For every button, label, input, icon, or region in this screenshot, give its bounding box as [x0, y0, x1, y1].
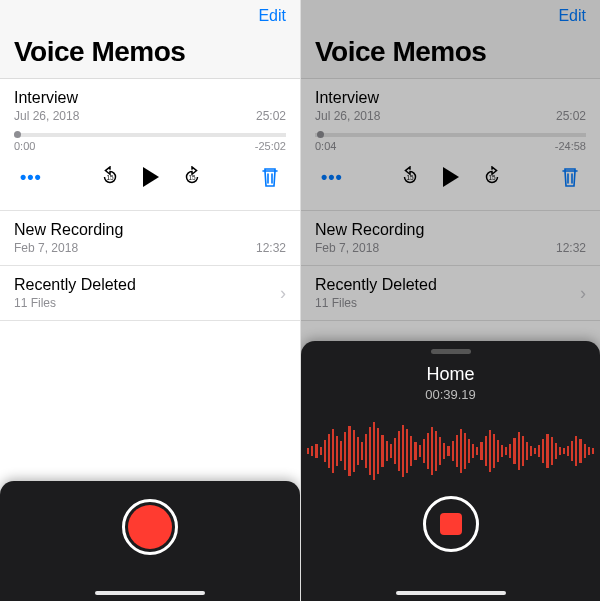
memo-list: Interview Jul 26, 2018 25:02 0:04 -24:58… — [301, 78, 600, 321]
memo-date: Jul 26, 2018 — [14, 109, 79, 123]
scrubber-knob[interactable] — [14, 131, 21, 138]
trash-icon[interactable] — [560, 166, 580, 188]
recently-deleted-label: Recently Deleted — [315, 276, 437, 294]
recording-elapsed: 00:39.19 — [425, 387, 476, 402]
memo-date: Jul 26, 2018 — [315, 109, 380, 123]
screen-list: Edit Voice Memos Interview Jul 26, 2018 … — [0, 0, 300, 601]
drag-handle[interactable] — [431, 349, 471, 354]
more-icon[interactable]: ••• — [20, 167, 42, 188]
navbar: Edit — [301, 0, 600, 32]
memo-duration: 12:32 — [556, 241, 586, 255]
svg-text:15: 15 — [407, 174, 415, 181]
memo-date: Feb 7, 2018 — [14, 241, 78, 255]
navbar: Edit — [0, 0, 300, 32]
recently-deleted-row[interactable]: Recently Deleted 11 Files › — [301, 266, 600, 321]
memo-row[interactable]: New Recording Feb 7, 2018 12:32 — [0, 211, 300, 266]
page-title: Voice Memos — [315, 36, 586, 68]
home-indicator[interactable] — [95, 591, 205, 595]
recording-name: Home — [426, 364, 474, 385]
record-panel-active[interactable]: Home 00:39.19 — [301, 341, 600, 601]
recently-deleted-row[interactable]: Recently Deleted 11 Files › — [0, 266, 300, 321]
svg-text:15: 15 — [188, 174, 196, 181]
recently-deleted-label: Recently Deleted — [14, 276, 136, 294]
stop-button[interactable] — [423, 496, 479, 552]
screen-recording: Edit Voice Memos Interview Jul 26, 2018 … — [300, 0, 600, 601]
elapsed-time: 0:04 — [315, 140, 336, 152]
remaining-time: -24:58 — [555, 140, 586, 152]
recently-deleted-count: 11 Files — [14, 296, 56, 310]
svg-text:15: 15 — [106, 174, 114, 181]
play-icon[interactable] — [443, 167, 459, 187]
record-button[interactable] — [122, 499, 178, 555]
memo-list: Interview Jul 26, 2018 25:02 0:00 -25:02… — [0, 78, 300, 321]
chevron-right-icon: › — [580, 283, 586, 304]
play-icon[interactable] — [143, 167, 159, 187]
recently-deleted-count: 11 Files — [315, 296, 357, 310]
scrubber-knob[interactable] — [317, 131, 324, 138]
record-panel[interactable] — [0, 481, 300, 601]
scrubber[interactable] — [315, 133, 586, 137]
memo-row[interactable]: New Recording Feb 7, 2018 12:32 — [301, 211, 600, 266]
memo-duration: 12:32 — [256, 241, 286, 255]
skip-forward-15-icon[interactable]: 15 — [481, 166, 503, 188]
memo-name: Interview — [315, 89, 586, 107]
stop-icon — [440, 513, 462, 535]
memo-name: Interview — [14, 89, 286, 107]
page-title: Voice Memos — [14, 36, 286, 68]
chevron-right-icon: › — [280, 283, 286, 304]
more-icon[interactable]: ••• — [321, 167, 343, 188]
memo-duration: 25:02 — [256, 109, 286, 123]
skip-back-15-icon[interactable]: 15 — [399, 166, 421, 188]
scrubber[interactable] — [14, 133, 286, 137]
skip-forward-15-icon[interactable]: 15 — [181, 166, 203, 188]
playback-controls: ••• 15 15 — [315, 152, 586, 200]
memo-duration: 25:02 — [556, 109, 586, 123]
title-area: Voice Memos — [301, 32, 600, 78]
memo-row-expanded[interactable]: Interview Jul 26, 2018 25:02 0:00 -25:02… — [0, 79, 300, 211]
remaining-time: -25:02 — [255, 140, 286, 152]
memo-date: Feb 7, 2018 — [315, 241, 379, 255]
memo-name: New Recording — [315, 221, 586, 239]
elapsed-time: 0:00 — [14, 140, 35, 152]
title-area: Voice Memos — [0, 32, 300, 78]
memo-name: New Recording — [14, 221, 286, 239]
home-indicator[interactable] — [396, 591, 506, 595]
edit-button[interactable]: Edit — [558, 7, 586, 25]
skip-back-15-icon[interactable]: 15 — [99, 166, 121, 188]
playback-controls: ••• 15 15 — [14, 152, 286, 200]
trash-icon[interactable] — [260, 166, 280, 188]
memo-row-expanded[interactable]: Interview Jul 26, 2018 25:02 0:04 -24:58… — [301, 79, 600, 211]
svg-text:15: 15 — [489, 174, 497, 181]
waveform — [301, 416, 600, 486]
record-icon — [128, 505, 172, 549]
edit-button[interactable]: Edit — [258, 7, 286, 25]
